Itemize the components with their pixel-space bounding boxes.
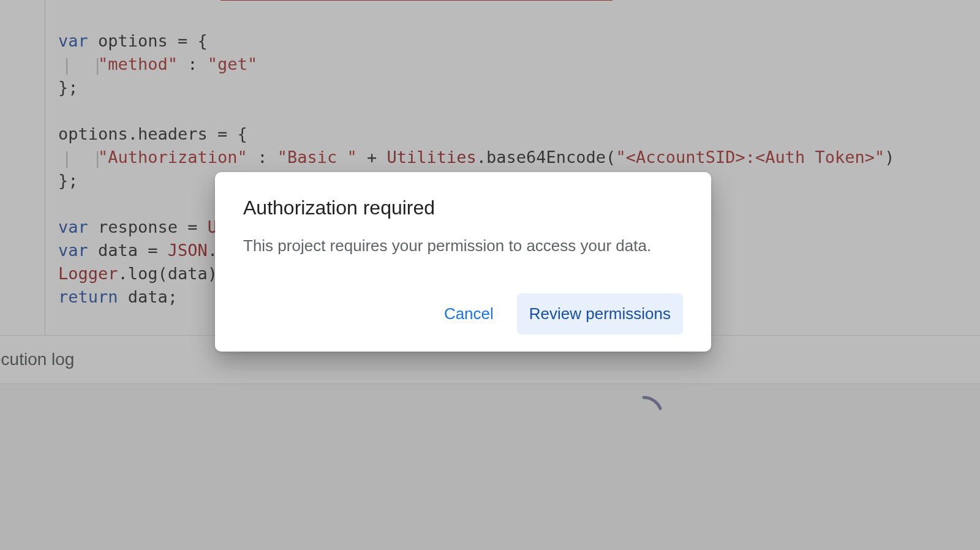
cancel-button[interactable]: Cancel — [433, 295, 505, 333]
dialog-body: This project requires your permission to… — [243, 235, 683, 257]
authorization-dialog: Authorization required This project requ… — [215, 172, 711, 352]
review-permissions-button[interactable]: Review permissions — [517, 293, 683, 334]
dialog-actions: Cancel Review permissions — [243, 293, 683, 334]
dialog-title: Authorization required — [243, 197, 683, 219]
